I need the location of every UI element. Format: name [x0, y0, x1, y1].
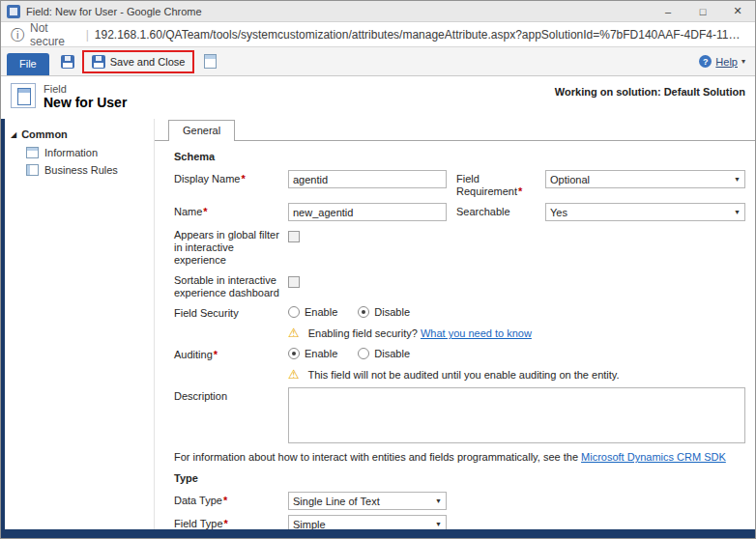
description-row: Description: [174, 387, 745, 443]
content-area: ◢ Common Information Business Rules Gene…: [1, 119, 755, 529]
field-requirement-value: Optional: [550, 174, 590, 185]
field-security-disable-radio[interactable]: [358, 306, 369, 318]
data-type-label: Data Type*: [174, 492, 288, 507]
auditing-row: Auditing* Enable Disable: [174, 346, 745, 361]
dropdown-arrow-icon: ▼: [435, 521, 442, 527]
save-and-close-highlight-annotation: Save and Close: [82, 50, 195, 73]
auditing-warning-row: ⚠ This field will not be audited until y…: [174, 366, 745, 381]
required-marker: *: [241, 173, 245, 184]
required-marker: *: [203, 206, 207, 217]
navigation-sidebar: ◢ Common Information Business Rules: [5, 119, 154, 529]
sidebar-group-common[interactable]: ◢ Common: [5, 127, 154, 144]
info-icon[interactable]: ⓘ: [11, 28, 24, 42]
sidebar-item-label: Information: [44, 147, 98, 158]
warning-icon: ⚠: [288, 367, 300, 382]
auditing-label: Auditing*: [174, 346, 288, 361]
entity-type-label: Field: [44, 83, 127, 95]
field-type-select[interactable]: Simple ▼: [288, 515, 447, 529]
ribbon-toolbar: File Save and Close ? Help ▾: [1, 47, 755, 76]
help-label: Help: [715, 56, 738, 68]
dropdown-arrow-icon: ▼: [734, 176, 741, 183]
auditing-disable-option[interactable]: Disable: [358, 348, 410, 359]
searchable-label: Searchable: [456, 203, 545, 218]
field-security-enable-option[interactable]: Enable: [288, 306, 337, 318]
name-input[interactable]: [288, 203, 447, 221]
field-security-disable-option[interactable]: Disable: [358, 306, 410, 318]
field-security-row: Field Security Enable Disable: [174, 304, 745, 320]
help-menu[interactable]: ? Help ▾: [699, 55, 745, 68]
field-security-enable-radio[interactable]: [288, 306, 300, 318]
page-titles: Field New for User: [44, 83, 127, 110]
expander-icon: ◢: [11, 130, 16, 139]
description-label: Description: [174, 387, 288, 403]
security-warning-text: Enabling field security?: [308, 327, 418, 339]
save-and-close-icon: [92, 55, 105, 69]
sidebar-item-business-rules[interactable]: Business Rules: [5, 161, 154, 179]
information-icon: [26, 147, 39, 158]
field-requirement-select[interactable]: Optional ▼: [545, 170, 745, 188]
global-filter-label: Appears in global filter in interactive …: [174, 226, 288, 267]
required-marker: *: [214, 349, 218, 360]
sidebar-item-information[interactable]: Information: [5, 144, 154, 161]
auditing-disable-radio[interactable]: [358, 348, 369, 359]
searchable-select[interactable]: Yes ▼: [545, 203, 745, 221]
working-solution-label: Working on solution: Default Solution: [555, 83, 745, 98]
sidebar-group-label: Common: [21, 128, 68, 140]
file-tab[interactable]: File: [7, 53, 49, 75]
data-type-select[interactable]: Single Line of Text ▼: [288, 492, 447, 510]
url-text[interactable]: 192.168.1.60/QATeam/tools/systemcustomiz…: [95, 28, 745, 42]
sidebar-item-label: Business Rules: [44, 164, 118, 176]
field-type-row: Field Type* Simple ▼: [174, 515, 745, 529]
description-textarea[interactable]: [288, 387, 745, 443]
business-rules-icon: [26, 164, 39, 176]
radio-label: Disable: [374, 348, 410, 359]
warning-icon: ⚠: [288, 326, 300, 340]
maximize-button[interactable]: □: [685, 1, 720, 21]
url-separator: |: [86, 28, 89, 42]
field-form: Schema Display Name* Field Requirement* …: [155, 141, 755, 529]
radio-label: Enable: [305, 306, 337, 318]
auditing-enable-option[interactable]: Enable: [288, 348, 337, 359]
save-icon[interactable]: [61, 55, 74, 69]
security-info-link[interactable]: What you need to know: [421, 327, 532, 339]
required-marker: *: [518, 185, 522, 197]
field-security-label: Field Security: [174, 304, 288, 320]
sortable-checkbox[interactable]: [288, 276, 300, 288]
auditing-warning-text: This field will not be audited until you…: [308, 369, 620, 381]
field-type-label: Field Type*: [174, 515, 288, 529]
display-name-label: Display Name*: [174, 170, 288, 185]
global-filter-checkbox[interactable]: [288, 231, 300, 242]
data-type-row: Data Type* Single Line of Text ▼: [174, 492, 745, 510]
required-marker: *: [224, 518, 228, 529]
data-type-value: Single Line of Text: [293, 496, 380, 507]
global-filter-row: Appears in global filter in interactive …: [174, 226, 745, 267]
window-title: Field: New for User - Google Chrome: [26, 6, 202, 17]
field-security-warning-row: ⚠ Enabling field security? What you need…: [174, 325, 745, 339]
save-and-new-icon[interactable]: [204, 54, 217, 69]
save-and-close-button[interactable]: Save and Close: [87, 53, 190, 71]
type-section-heading: Type: [174, 472, 745, 484]
name-row: Name* Searchable Yes ▼: [174, 203, 745, 221]
dropdown-arrow-icon: ▼: [734, 209, 741, 215]
name-label: Name*: [174, 203, 288, 218]
radio-label: Enable: [305, 348, 337, 359]
auditing-enable-radio[interactable]: [288, 348, 300, 359]
browser-window: Field: New for User - Google Chrome – □ …: [0, 0, 756, 539]
tab-row: General: [155, 119, 755, 141]
close-button[interactable]: ✕: [720, 1, 755, 21]
field-type-value: Simple: [293, 519, 326, 530]
radio-label: Disable: [374, 306, 410, 318]
sdk-note-text: For information about how to interact wi…: [174, 451, 578, 463]
display-name-input[interactable]: [288, 170, 447, 188]
dropdown-arrow-icon: ▼: [435, 497, 442, 504]
display-name-row: Display Name* Field Requirement* Optiona…: [174, 170, 745, 198]
address-bar[interactable]: ⓘ Not secure | 192.168.1.60/QATeam/tools…: [1, 22, 755, 47]
tab-general[interactable]: General: [168, 120, 235, 141]
page-header: Field New for User Working on solution: …: [1, 76, 755, 119]
field-requirement-label: Field Requirement*: [456, 170, 545, 198]
main-panel: General Schema Display Name* Field Requi…: [154, 119, 755, 529]
sdk-link[interactable]: Microsoft Dynamics CRM SDK: [581, 451, 726, 463]
sortable-label: Sortable in interactive experience dashb…: [174, 271, 288, 299]
schema-section-heading: Schema: [174, 151, 745, 162]
minimize-button[interactable]: –: [651, 1, 685, 21]
